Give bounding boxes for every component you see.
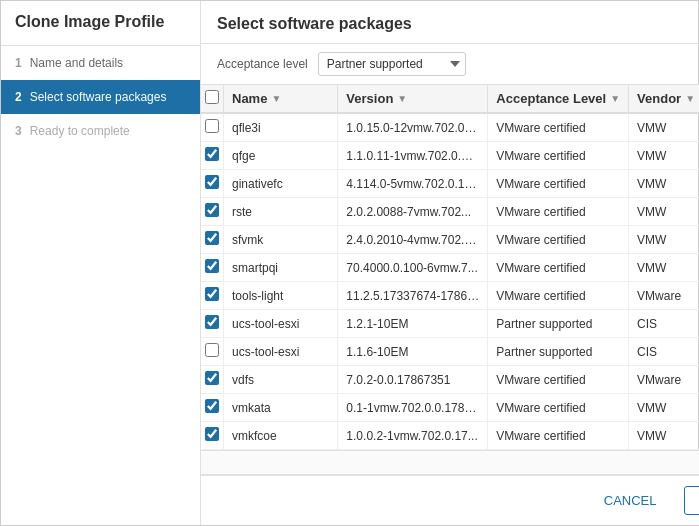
step1-num: 1: [15, 56, 22, 70]
row-acceptance-4: VMware certified: [488, 226, 629, 254]
col-header-acceptance[interactable]: Acceptance Level ▼: [488, 85, 629, 113]
row-acceptance-5: VMware certified: [488, 254, 629, 282]
row-checkbox-9[interactable]: [205, 371, 219, 385]
row-version-3: 2.0.2.0088-7vmw.702...: [338, 198, 488, 226]
row-name-0: qfle3i: [224, 113, 338, 142]
row-checkbox-cell: [201, 282, 224, 310]
table-row: tools-light 11.2.5.17337674-17867351 VMw…: [201, 282, 699, 310]
row-checkbox-cell: [201, 170, 224, 198]
filter-row: Acceptance level Partner supported VMwar…: [201, 44, 699, 85]
row-checkbox-cell: [201, 198, 224, 226]
row-checkbox-2[interactable]: [205, 175, 219, 189]
row-checkbox-7[interactable]: [205, 315, 219, 329]
table-row: ucs-tool-esxi 1.1.6-10EM Partner support…: [201, 338, 699, 366]
row-name-6: tools-light: [224, 282, 338, 310]
row-name-11: vmkfcoe: [224, 422, 338, 450]
dialog: Clone Image Profile 1 Name and details 2…: [0, 0, 699, 526]
row-checkbox-6[interactable]: [205, 287, 219, 301]
row-checkbox-cell: [201, 394, 224, 422]
row-checkbox-11[interactable]: [205, 427, 219, 441]
step2-num: 2: [15, 90, 22, 104]
row-acceptance-6: VMware certified: [488, 282, 629, 310]
row-checkbox-cell: [201, 142, 224, 170]
row-name-1: qfge: [224, 142, 338, 170]
row-version-5: 70.4000.0.100-6vmw.7...: [338, 254, 488, 282]
table-row: qfle3i 1.0.15.0-12vmw.702.0.0... VMware …: [201, 113, 699, 142]
acceptance-level-select[interactable]: Partner supported VMware certified Commu…: [318, 52, 466, 76]
row-name-5: smartpqi: [224, 254, 338, 282]
step2-label: Select software packages: [30, 90, 167, 104]
row-version-8: 1.1.6-10EM: [338, 338, 488, 366]
row-checkbox-3[interactable]: [205, 203, 219, 217]
status-bar: 81 selected of 96 items: [201, 450, 699, 475]
vendor-sort-icon: ▼: [685, 93, 695, 104]
acceptance-sort-icon: ▼: [610, 93, 620, 104]
row-checkbox-cell: [201, 310, 224, 338]
row-vendor-1: VMW: [629, 142, 699, 170]
main-header: Select software packages ×: [201, 1, 699, 44]
row-checkbox-5[interactable]: [205, 259, 219, 273]
row-name-8: ucs-tool-esxi: [224, 338, 338, 366]
step3-label: Ready to complete: [30, 124, 130, 138]
col-header-vendor[interactable]: Vendor ▼: [629, 85, 699, 113]
row-vendor-11: VMW: [629, 422, 699, 450]
table-row: ginativefc 4.114.0-5vmw.702.0.17... VMwa…: [201, 170, 699, 198]
row-acceptance-2: VMware certified: [488, 170, 629, 198]
row-version-1: 1.1.0.11-1vmw.702.0.17...: [338, 142, 488, 170]
back-button[interactable]: BACK: [684, 486, 699, 515]
row-version-9: 7.0.2-0.0.17867351: [338, 366, 488, 394]
footer: CANCEL BACK NEXT: [201, 475, 699, 525]
row-checkbox-8[interactable]: [205, 343, 219, 357]
row-acceptance-9: VMware certified: [488, 366, 629, 394]
packages-table-container[interactable]: Name ▼ Version ▼ Accepta: [201, 85, 699, 450]
row-checkbox-10[interactable]: [205, 399, 219, 413]
row-vendor-4: VMW: [629, 226, 699, 254]
row-name-3: rste: [224, 198, 338, 226]
row-acceptance-0: VMware certified: [488, 113, 629, 142]
filter-label: Acceptance level: [217, 57, 308, 71]
row-acceptance-1: VMware certified: [488, 142, 629, 170]
name-sort-icon: ▼: [271, 93, 281, 104]
row-vendor-6: VMware: [629, 282, 699, 310]
row-checkbox-0[interactable]: [205, 119, 219, 133]
row-vendor-7: CIS: [629, 310, 699, 338]
row-vendor-9: VMware: [629, 366, 699, 394]
table-row: vmkfcoe 1.0.0.2-1vmw.702.0.17... VMware …: [201, 422, 699, 450]
cancel-button[interactable]: CANCEL: [585, 486, 676, 515]
row-checkbox-4[interactable]: [205, 231, 219, 245]
sidebar-item-step2[interactable]: 2 Select software packages: [1, 80, 200, 114]
row-name-4: sfvmk: [224, 226, 338, 254]
col-header-checkbox: [201, 85, 224, 113]
sidebar-item-step3[interactable]: 3 Ready to complete: [1, 114, 200, 148]
table-row: qfge 1.1.0.11-1vmw.702.0.17... VMware ce…: [201, 142, 699, 170]
row-acceptance-7: Partner supported: [488, 310, 629, 338]
row-version-10: 0.1-1vmw.702.0.0.17867...: [338, 394, 488, 422]
sidebar-item-step1[interactable]: 1 Name and details: [1, 46, 200, 80]
row-checkbox-cell: [201, 422, 224, 450]
col-header-version[interactable]: Version ▼: [338, 85, 488, 113]
row-checkbox-1[interactable]: [205, 147, 219, 161]
row-version-6: 11.2.5.17337674-17867351: [338, 282, 488, 310]
row-vendor-2: VMW: [629, 170, 699, 198]
select-all-checkbox[interactable]: [205, 90, 219, 104]
row-checkbox-cell: [201, 254, 224, 282]
row-vendor-5: VMW: [629, 254, 699, 282]
row-version-7: 1.2.1-10EM: [338, 310, 488, 338]
row-name-2: ginativefc: [224, 170, 338, 198]
row-vendor-10: VMW: [629, 394, 699, 422]
row-vendor-0: VMW: [629, 113, 699, 142]
row-vendor-8: CIS: [629, 338, 699, 366]
packages-table: Name ▼ Version ▼ Accepta: [201, 85, 699, 450]
sidebar: Clone Image Profile 1 Name and details 2…: [1, 1, 201, 525]
row-name-7: ucs-tool-esxi: [224, 310, 338, 338]
table-row: rste 2.0.2.0088-7vmw.702... VMware certi…: [201, 198, 699, 226]
row-vendor-3: VMW: [629, 198, 699, 226]
table-row: smartpqi 70.4000.0.100-6vmw.7... VMware …: [201, 254, 699, 282]
row-version-4: 2.4.0.2010-4vmw.702.0...: [338, 226, 488, 254]
row-checkbox-cell: [201, 366, 224, 394]
col-header-name[interactable]: Name ▼: [224, 85, 338, 113]
row-name-9: vdfs: [224, 366, 338, 394]
row-version-11: 1.0.0.2-1vmw.702.0.17...: [338, 422, 488, 450]
row-acceptance-11: VMware certified: [488, 422, 629, 450]
row-name-10: vmkata: [224, 394, 338, 422]
